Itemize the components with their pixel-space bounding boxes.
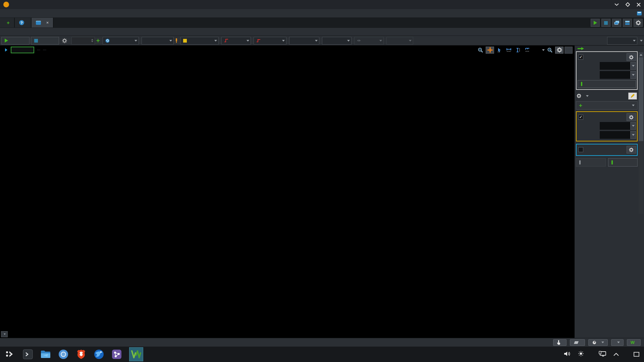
range-value[interactable] bbox=[600, 131, 630, 139]
pointer-cursor-icon[interactable] bbox=[495, 47, 503, 54]
waveforms-taskbar-icon[interactable] bbox=[129, 347, 143, 361]
thunderbird-icon[interactable] bbox=[94, 349, 104, 360]
waveforms-logo-icon bbox=[3, 2, 9, 7]
cascade-windows-button[interactable] bbox=[612, 19, 621, 27]
manual-trigger-button[interactable] bbox=[553, 339, 567, 346]
edit-button[interactable] bbox=[628, 93, 637, 100]
right-panel: ✓ bbox=[574, 46, 644, 338]
channel2-checkbox[interactable] bbox=[578, 147, 583, 152]
rate-samples-button[interactable] bbox=[578, 80, 636, 88]
add-tab-icon[interactable]: + bbox=[7, 20, 10, 25]
close-icon[interactable] bbox=[637, 3, 641, 7]
y-axis-button[interactable] bbox=[565, 47, 573, 54]
buffer-spinner[interactable] bbox=[91, 39, 93, 42]
scroll-up-icon[interactable] bbox=[639, 52, 643, 57]
trigger-dropdown[interactable] bbox=[142, 37, 174, 45]
position-caret[interactable] bbox=[630, 62, 636, 70]
quad-view-icon[interactable] bbox=[533, 47, 541, 54]
scope-plot-area[interactable] bbox=[0, 54, 574, 338]
buffer-input[interactable] bbox=[71, 37, 95, 45]
condition-dropdown[interactable] bbox=[254, 37, 286, 45]
channel1-checkbox[interactable]: ✓ bbox=[578, 115, 583, 120]
status-bar: W bbox=[0, 338, 644, 347]
menu-settings[interactable] bbox=[15, 13, 21, 14]
status-button[interactable] bbox=[611, 339, 624, 346]
device-button[interactable] bbox=[570, 339, 585, 346]
channel1-badge[interactable] bbox=[37, 50, 40, 50]
expand-chevron-icon[interactable] bbox=[4, 48, 8, 52]
frequency-button[interactable] bbox=[588, 339, 608, 346]
holdoff-dropdown[interactable] bbox=[607, 37, 637, 45]
source-dropdown[interactable] bbox=[180, 37, 219, 45]
channel2-badge[interactable] bbox=[43, 50, 46, 50]
chromium-browser-icon[interactable] bbox=[58, 349, 69, 360]
stop-button[interactable] bbox=[31, 37, 59, 45]
time-gear-button[interactable] bbox=[627, 53, 636, 61]
volume-icon[interactable] bbox=[564, 351, 571, 358]
waveform-canvas[interactable] bbox=[15, 54, 574, 330]
menu-control[interactable] bbox=[9, 13, 15, 14]
close-tab-icon[interactable]: × bbox=[46, 20, 49, 25]
crosshair-cursor-button[interactable] bbox=[486, 47, 494, 54]
dock-icon[interactable] bbox=[637, 11, 642, 16]
horizontal-cursor-icon[interactable] bbox=[504, 47, 513, 54]
tab-help[interactable]: ? bbox=[15, 18, 32, 27]
show-desktop-icon[interactable] bbox=[634, 352, 639, 357]
range-caret[interactable] bbox=[630, 131, 636, 139]
zoom-icon[interactable] bbox=[546, 47, 554, 54]
brave-browser-icon[interactable] bbox=[76, 349, 87, 360]
menu-help[interactable] bbox=[29, 13, 35, 14]
collapse-panel-button[interactable] bbox=[575, 46, 644, 51]
plot-settings-gear-button[interactable] bbox=[555, 47, 564, 54]
tile-windows-button[interactable] bbox=[623, 19, 632, 27]
filters-button bbox=[576, 158, 606, 167]
mode-dropdown[interactable] bbox=[103, 37, 139, 45]
file-manager-icon[interactable] bbox=[40, 349, 51, 360]
view-caret-icon[interactable] bbox=[542, 49, 545, 51]
channel2-gear-button[interactable] bbox=[627, 146, 636, 154]
zoom-in-icon[interactable] bbox=[476, 47, 485, 54]
add-acquisition-icon[interactable]: + bbox=[96, 37, 100, 44]
time-checkbox[interactable]: ✓ bbox=[578, 55, 583, 60]
wavegens-button[interactable] bbox=[608, 158, 638, 167]
version-badge: W bbox=[627, 339, 641, 346]
scope-menu-view[interactable] bbox=[15, 31, 21, 33]
tab-scope-1[interactable]: × bbox=[32, 18, 54, 27]
position-value[interactable] bbox=[600, 62, 630, 70]
app-launcher-icon[interactable] bbox=[5, 349, 15, 360]
channel1-gear-button[interactable] bbox=[627, 113, 636, 121]
vertical-cursor-icon[interactable] bbox=[514, 47, 522, 54]
scope-menu-window[interactable] bbox=[21, 31, 28, 33]
hysteresis-dropdown[interactable] bbox=[322, 37, 352, 45]
single-button[interactable] bbox=[1, 37, 30, 45]
stop-all-button[interactable] bbox=[601, 19, 610, 27]
level-dropdown[interactable] bbox=[289, 37, 319, 45]
menu-workspace[interactable] bbox=[2, 13, 8, 14]
green-arrow-icon bbox=[577, 47, 584, 50]
base-caret[interactable] bbox=[630, 71, 636, 79]
options-row[interactable] bbox=[576, 91, 638, 101]
panel-scrollbar[interactable] bbox=[639, 52, 643, 214]
minimize-icon[interactable] bbox=[614, 3, 619, 6]
offset-caret[interactable] bbox=[630, 122, 636, 130]
share-app-icon[interactable] bbox=[111, 349, 122, 360]
x-axis-button[interactable] bbox=[1, 331, 8, 337]
run-all-button[interactable] bbox=[591, 19, 600, 27]
type-dropdown[interactable] bbox=[221, 37, 251, 45]
tab-welcome[interactable]: + bbox=[0, 18, 15, 27]
tray-expand-chevron-icon[interactable] bbox=[613, 351, 619, 357]
brightness-icon[interactable] bbox=[578, 351, 584, 358]
scrollbar-thumb[interactable] bbox=[639, 57, 643, 141]
terminal-icon[interactable] bbox=[22, 349, 33, 360]
scope-menu-file[interactable] bbox=[1, 31, 7, 33]
offset-value[interactable] bbox=[600, 122, 630, 130]
display-cast-icon[interactable] bbox=[599, 351, 606, 358]
menu-window[interactable] bbox=[22, 13, 28, 14]
maximize-icon[interactable] bbox=[626, 2, 630, 7]
add-channel-button[interactable]: + bbox=[576, 101, 638, 110]
measure-cursor-icon[interactable] bbox=[523, 47, 532, 54]
acquisition-settings-gear-icon[interactable] bbox=[60, 37, 69, 44]
base-value[interactable] bbox=[600, 71, 630, 79]
tab-settings-button[interactable] bbox=[634, 19, 643, 27]
scope-menu-control[interactable] bbox=[8, 31, 14, 33]
